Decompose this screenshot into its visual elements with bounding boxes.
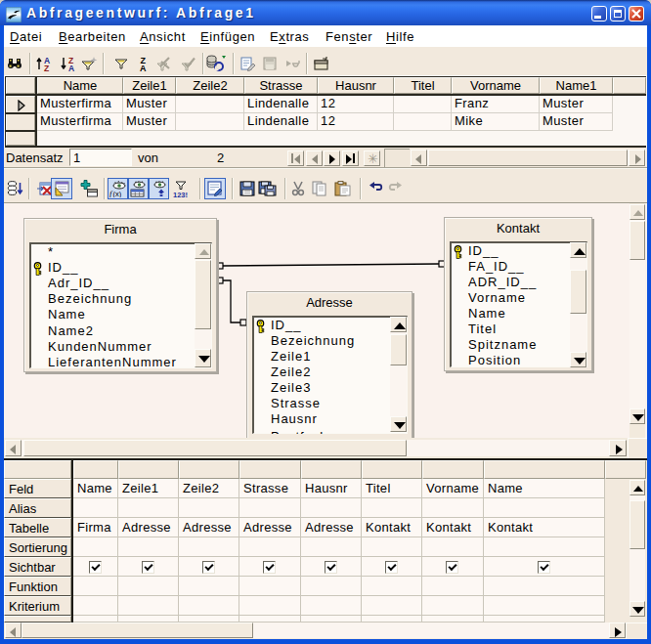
svg-text:A: A: [68, 64, 74, 72]
svg-text:Z: Z: [44, 64, 49, 72]
svg-text:123!: 123!: [173, 191, 188, 198]
svg-text:(x): (x): [113, 190, 122, 198]
svg-text:A: A: [140, 64, 147, 71]
